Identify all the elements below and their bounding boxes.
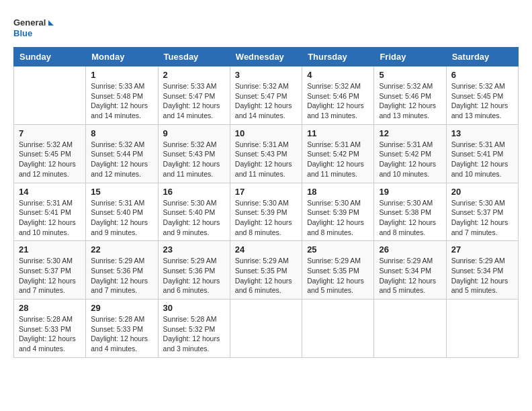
day-cell: 13Sunrise: 5:31 AM Sunset: 5:41 PM Dayli… <box>446 124 518 183</box>
header-friday: Friday <box>374 48 446 66</box>
day-number: 1 <box>91 70 152 80</box>
day-cell: 1Sunrise: 5:33 AM Sunset: 5:48 PM Daylig… <box>86 66 158 125</box>
day-number: 9 <box>163 128 225 138</box>
day-cell: 21Sunrise: 5:30 AM Sunset: 5:37 PM Dayli… <box>14 241 86 300</box>
day-number: 14 <box>19 187 81 197</box>
day-number: 19 <box>379 187 441 197</box>
day-cell <box>14 66 86 125</box>
day-cell: 2Sunrise: 5:33 AM Sunset: 5:47 PM Daylig… <box>158 66 230 125</box>
day-cell: 14Sunrise: 5:31 AM Sunset: 5:41 PM Dayli… <box>14 183 86 241</box>
svg-text:General: General <box>13 17 46 28</box>
day-cell: 28Sunrise: 5:28 AM Sunset: 5:33 PM Dayli… <box>14 300 86 358</box>
day-number: 8 <box>91 128 152 138</box>
header-sunday: Sunday <box>14 48 86 66</box>
week-row-3: 21Sunrise: 5:30 AM Sunset: 5:37 PM Dayli… <box>14 241 519 300</box>
week-row-2: 14Sunrise: 5:31 AM Sunset: 5:41 PM Dayli… <box>14 183 519 241</box>
day-cell: 6Sunrise: 5:32 AM Sunset: 5:45 PM Daylig… <box>446 66 518 125</box>
day-info: Sunrise: 5:28 AM Sunset: 5:32 PM Dayligh… <box>163 314 225 354</box>
day-cell: 5Sunrise: 5:32 AM Sunset: 5:46 PM Daylig… <box>374 66 446 125</box>
day-cell <box>374 300 446 358</box>
day-info: Sunrise: 5:32 AM Sunset: 5:46 PM Dayligh… <box>307 81 369 121</box>
header: GeneralBlue <box>13 13 519 40</box>
svg-text:Blue: Blue <box>13 28 32 38</box>
day-cell: 27Sunrise: 5:29 AM Sunset: 5:34 PM Dayli… <box>446 241 518 300</box>
day-cell: 16Sunrise: 5:30 AM Sunset: 5:40 PM Dayli… <box>158 183 230 241</box>
day-info: Sunrise: 5:29 AM Sunset: 5:35 PM Dayligh… <box>235 256 297 295</box>
day-info: Sunrise: 5:29 AM Sunset: 5:36 PM Dayligh… <box>163 256 225 295</box>
day-number: 15 <box>91 187 152 197</box>
day-cell: 24Sunrise: 5:29 AM Sunset: 5:35 PM Dayli… <box>230 241 302 300</box>
day-cell: 23Sunrise: 5:29 AM Sunset: 5:36 PM Dayli… <box>158 241 230 300</box>
day-cell: 4Sunrise: 5:32 AM Sunset: 5:46 PM Daylig… <box>302 66 374 125</box>
day-info: Sunrise: 5:32 AM Sunset: 5:47 PM Dayligh… <box>235 81 297 121</box>
day-cell: 3Sunrise: 5:32 AM Sunset: 5:47 PM Daylig… <box>230 66 302 125</box>
day-number: 13 <box>451 128 513 138</box>
day-info: Sunrise: 5:29 AM Sunset: 5:34 PM Dayligh… <box>451 256 513 295</box>
day-info: Sunrise: 5:30 AM Sunset: 5:38 PM Dayligh… <box>379 198 441 238</box>
day-info: Sunrise: 5:29 AM Sunset: 5:35 PM Dayligh… <box>307 256 369 295</box>
header-thursday: Thursday <box>302 48 374 66</box>
week-row-4: 28Sunrise: 5:28 AM Sunset: 5:33 PM Dayli… <box>14 300 519 358</box>
day-cell: 26Sunrise: 5:29 AM Sunset: 5:34 PM Dayli… <box>374 241 446 300</box>
header-tuesday: Tuesday <box>158 48 230 66</box>
day-info: Sunrise: 5:32 AM Sunset: 5:43 PM Dayligh… <box>163 140 225 179</box>
day-info: Sunrise: 5:30 AM Sunset: 5:37 PM Dayligh… <box>19 256 81 295</box>
day-info: Sunrise: 5:30 AM Sunset: 5:39 PM Dayligh… <box>235 198 297 238</box>
day-info: Sunrise: 5:29 AM Sunset: 5:34 PM Dayligh… <box>379 256 441 295</box>
logo: GeneralBlue <box>13 13 54 40</box>
day-number: 21 <box>19 244 81 255</box>
day-number: 28 <box>19 303 81 313</box>
header-row: SundayMondayTuesdayWednesdayThursdayFrid… <box>14 48 519 66</box>
day-cell: 20Sunrise: 5:30 AM Sunset: 5:37 PM Dayli… <box>446 183 518 241</box>
day-info: Sunrise: 5:32 AM Sunset: 5:44 PM Dayligh… <box>91 140 152 179</box>
day-number: 20 <box>451 187 513 197</box>
day-cell: 19Sunrise: 5:30 AM Sunset: 5:38 PM Dayli… <box>374 183 446 241</box>
day-cell: 8Sunrise: 5:32 AM Sunset: 5:44 PM Daylig… <box>86 124 158 183</box>
day-number: 6 <box>451 70 513 80</box>
day-cell: 9Sunrise: 5:32 AM Sunset: 5:43 PM Daylig… <box>158 124 230 183</box>
week-row-1: 7Sunrise: 5:32 AM Sunset: 5:45 PM Daylig… <box>14 124 519 183</box>
day-info: Sunrise: 5:30 AM Sunset: 5:39 PM Dayligh… <box>307 198 369 238</box>
day-number: 25 <box>307 244 369 255</box>
day-number: 27 <box>451 244 513 255</box>
day-cell: 30Sunrise: 5:28 AM Sunset: 5:32 PM Dayli… <box>158 300 230 358</box>
day-number: 22 <box>91 244 152 255</box>
day-cell: 17Sunrise: 5:30 AM Sunset: 5:39 PM Dayli… <box>230 183 302 241</box>
day-info: Sunrise: 5:31 AM Sunset: 5:40 PM Dayligh… <box>91 198 152 238</box>
day-info: Sunrise: 5:32 AM Sunset: 5:45 PM Dayligh… <box>451 81 513 121</box>
day-number: 23 <box>163 244 225 255</box>
day-number: 24 <box>235 244 297 255</box>
day-cell: 10Sunrise: 5:31 AM Sunset: 5:43 PM Dayli… <box>230 124 302 183</box>
day-cell: 11Sunrise: 5:31 AM Sunset: 5:42 PM Dayli… <box>302 124 374 183</box>
day-cell: 18Sunrise: 5:30 AM Sunset: 5:39 PM Dayli… <box>302 183 374 241</box>
day-number: 7 <box>19 128 81 138</box>
day-cell: 15Sunrise: 5:31 AM Sunset: 5:40 PM Dayli… <box>86 183 158 241</box>
day-info: Sunrise: 5:28 AM Sunset: 5:33 PM Dayligh… <box>91 314 152 354</box>
logo-icon: GeneralBlue <box>13 13 54 40</box>
day-number: 2 <box>163 70 225 80</box>
day-cell: 12Sunrise: 5:31 AM Sunset: 5:42 PM Dayli… <box>374 124 446 183</box>
day-number: 16 <box>163 187 225 197</box>
day-info: Sunrise: 5:32 AM Sunset: 5:45 PM Dayligh… <box>19 140 81 179</box>
day-number: 30 <box>163 303 225 313</box>
day-info: Sunrise: 5:28 AM Sunset: 5:33 PM Dayligh… <box>19 314 81 354</box>
header-monday: Monday <box>86 48 158 66</box>
day-number: 5 <box>379 70 441 80</box>
day-info: Sunrise: 5:32 AM Sunset: 5:46 PM Dayligh… <box>379 81 441 121</box>
week-row-0: 1Sunrise: 5:33 AM Sunset: 5:48 PM Daylig… <box>14 66 519 125</box>
day-info: Sunrise: 5:33 AM Sunset: 5:47 PM Dayligh… <box>163 81 225 121</box>
day-info: Sunrise: 5:30 AM Sunset: 5:37 PM Dayligh… <box>451 198 513 238</box>
day-number: 17 <box>235 187 297 197</box>
day-number: 10 <box>235 128 297 138</box>
day-cell: 22Sunrise: 5:29 AM Sunset: 5:36 PM Dayli… <box>86 241 158 300</box>
header-wednesday: Wednesday <box>230 48 302 66</box>
day-info: Sunrise: 5:29 AM Sunset: 5:36 PM Dayligh… <box>91 256 152 295</box>
day-cell: 29Sunrise: 5:28 AM Sunset: 5:33 PM Dayli… <box>86 300 158 358</box>
day-number: 11 <box>307 128 369 138</box>
day-number: 4 <box>307 70 369 80</box>
day-cell <box>230 300 302 358</box>
day-number: 26 <box>379 244 441 255</box>
day-number: 12 <box>379 128 441 138</box>
day-info: Sunrise: 5:33 AM Sunset: 5:48 PM Dayligh… <box>91 81 152 121</box>
header-saturday: Saturday <box>446 48 518 66</box>
